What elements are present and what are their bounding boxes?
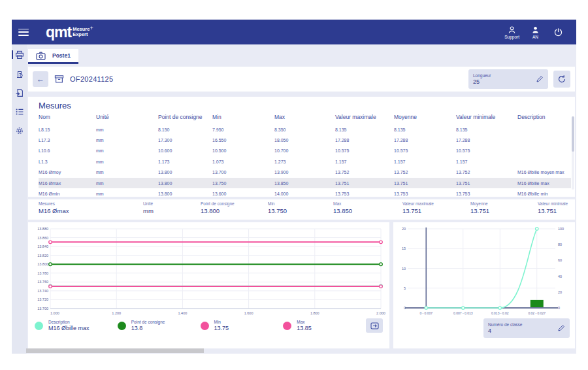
table-row[interactable]: M16 Ømoymm13.80013.70013.90013.75213.752… (39, 167, 571, 178)
column-header[interactable]: Point de consigne (158, 114, 212, 120)
svg-text:1.400: 1.400 (178, 311, 188, 315)
table-cell: mm (96, 148, 158, 153)
svg-text:0.02 - 0.027: 0.02 - 0.027 (528, 311, 546, 315)
svg-text:60: 60 (558, 258, 562, 262)
back-button[interactable]: ← (33, 71, 48, 87)
measure-line-chart[interactable]: 1.0001.2001.4001.6001.8002.00013.88013.8… (31, 226, 387, 317)
list-icon (15, 107, 24, 116)
table-scrollbar[interactable] (572, 116, 574, 190)
sidebar-item-list[interactable] (15, 107, 24, 116)
legend-item[interactable]: Min13.75 (201, 320, 284, 331)
column-header[interactable]: Moyenne (394, 114, 456, 120)
logout-button[interactable] (553, 27, 563, 37)
column-header[interactable]: Description (517, 114, 571, 120)
svg-text:1.200: 1.200 (112, 311, 121, 315)
table-cell: L17.3 (39, 138, 96, 143)
detail-field: MesuresM16 Ømax (39, 201, 143, 220)
svg-text:13.860: 13.860 (37, 236, 48, 240)
longueur-field[interactable]: Longueur 25 (468, 69, 548, 89)
histogram-chart[interactable]: 051015200204060801000 - 0.0070.007 - 0.0… (396, 226, 571, 317)
printer-icon (15, 50, 24, 59)
column-header[interactable]: Max (274, 114, 335, 120)
detail-label: Moyenne (470, 201, 538, 206)
menu-icon[interactable] (18, 29, 29, 36)
table-cell: 13.800 (158, 192, 212, 196)
legend-item[interactable]: Max13.85 (283, 320, 366, 331)
measures-title: Mesures (39, 101, 571, 110)
column-header[interactable]: Valeur minimale (456, 114, 517, 120)
horizontal-scrollbar[interactable] (26, 348, 204, 353)
screen: qmt Mesure Expert + Support (0, 0, 588, 370)
svg-text:40: 40 (558, 275, 562, 278)
sidebar-item-machine[interactable] (15, 69, 24, 78)
table-cell: mm (96, 181, 158, 186)
table-cell: 17.300 (158, 138, 212, 143)
table-cell: 13.800 (158, 181, 212, 186)
app-logo: qmt Mesure Expert + (46, 25, 93, 39)
logo-text: qmt (46, 25, 71, 39)
chart-legend: DescriptionM16 Øbille maxPoint de consig… (35, 318, 383, 333)
table-cell: 10.575 (335, 148, 394, 153)
measures-header-row: NomUnitéPoint de consigneMinMaxValeur ma… (39, 112, 571, 124)
table-row[interactable]: L10.6mm10.60010.50010.70010.57510.57510.… (39, 146, 571, 156)
detail-value: 13.750 (268, 207, 333, 214)
detail-label: Valeur maximale (402, 201, 470, 206)
table-row[interactable]: L17.3mm17.30016.55018.05017.28817.28817.… (39, 135, 571, 145)
detail-value: 13.751 (402, 207, 470, 214)
table-cell: 10.600 (158, 148, 212, 153)
table-cell: 13.751 (456, 181, 517, 186)
detail-value: mm (143, 207, 201, 214)
user-account-button[interactable]: AN (531, 25, 540, 39)
detail-value: M16 Ømax (39, 207, 143, 214)
table-cell: 13.850 (274, 181, 335, 186)
tab-poste1[interactable]: Poste1 (28, 49, 78, 64)
table-row[interactable]: L1.3mm1.1731.0731.2731.1571.1571.157 (39, 156, 571, 167)
table-row[interactable]: M16 Øminmm13.80013.60014.00013.75313.753… (39, 188, 571, 197)
sidebar-item-export[interactable] (15, 88, 24, 97)
detail-field: Moyenne13.751 (470, 201, 538, 220)
column-header[interactable]: Valeur maximale (335, 114, 394, 120)
table-cell: mm (96, 160, 158, 164)
table-cell: 13.750 (212, 181, 274, 186)
table-cell: 13.751 (335, 181, 394, 186)
svg-text:80: 80 (558, 243, 562, 246)
sidebar-item-settings[interactable] (15, 126, 24, 135)
table-cell: 1.173 (158, 160, 212, 164)
table-cell: 7.950 (212, 127, 274, 132)
edit-pencil-icon[interactable] (557, 324, 565, 332)
table-cell: 10.575 (394, 148, 456, 153)
classes-value: 4 (488, 328, 522, 334)
table-cell: 16.550 (212, 138, 274, 143)
table-row[interactable]: L8.15mm8.1507.9508.3508.1358.1358.135 (39, 124, 571, 135)
svg-text:1.000: 1.000 (50, 311, 59, 315)
column-header[interactable]: Nom (39, 114, 96, 120)
table-cell: M16 Øbille moyen max (517, 170, 571, 175)
table-cell: 1.273 (274, 160, 335, 164)
table-cell: 10.575 (456, 148, 517, 153)
svg-text:0.013 - 0.02: 0.013 - 0.02 (491, 311, 509, 315)
table-row[interactable]: M16 Ømaxmm13.80013.75013.85013.75113.751… (39, 178, 571, 188)
support-button[interactable]: Support (504, 25, 519, 39)
table-cell: L1.3 (39, 160, 96, 164)
table-cell: 18.050 (274, 138, 335, 143)
legend-item[interactable]: Point de consigne13.8 (118, 320, 201, 331)
table-cell: 10.500 (212, 148, 274, 153)
edit-pencil-icon[interactable] (536, 75, 544, 83)
column-header[interactable]: Min (212, 114, 274, 120)
legend-color-dot (283, 322, 291, 330)
refresh-button[interactable] (553, 71, 570, 88)
classes-field[interactable]: Numéro de classe 4 (483, 318, 570, 338)
table-cell: 13.753 (456, 192, 517, 196)
refresh-icon (557, 75, 566, 84)
legend-item[interactable]: DescriptionM16 Øbille max (35, 320, 118, 331)
column-header[interactable]: Unité (96, 114, 158, 120)
sidebar-item-measure[interactable] (15, 50, 24, 59)
expand-chart-button[interactable] (366, 318, 383, 333)
sidebar (12, 44, 27, 354)
svg-text:0.007 - 0.013: 0.007 - 0.013 (453, 311, 473, 315)
detail-field: Point de consigne13.800 (201, 201, 268, 220)
power-icon (553, 27, 563, 37)
table-cell: M16 Øbille max (517, 181, 571, 186)
legend-label: Description (48, 320, 90, 324)
support-label: Support (504, 35, 519, 39)
